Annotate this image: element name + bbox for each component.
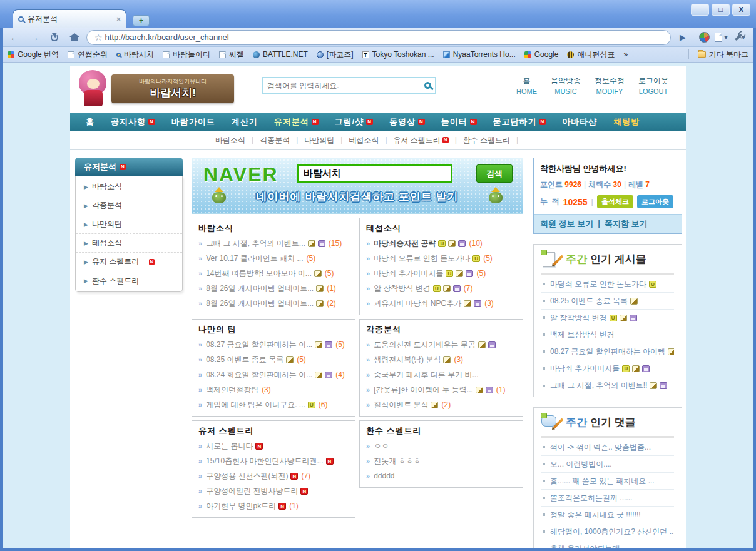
tools-menu-button[interactable]: ▼ bbox=[733, 31, 750, 44]
site-search-box[interactable] bbox=[262, 77, 436, 94]
post-link[interactable]: 구양성용 신선스펠(뇌전) bbox=[206, 471, 288, 482]
board-post-item[interactable]: »[갑옷류]한 아이템에 두 능력...(1) bbox=[366, 382, 516, 397]
home-button[interactable] bbox=[66, 31, 83, 44]
go-button[interactable]: ▶ bbox=[675, 31, 691, 44]
weekly-list-item[interactable]: 마당쇠 오류로 인한 돈노가다U bbox=[541, 276, 674, 293]
post-link[interactable]: 그때 그 시절, 추억의 이벤트... bbox=[206, 238, 305, 249]
board-post-item[interactable]: »칠석이벤트 분석(2) bbox=[366, 397, 516, 412]
post-link[interactable]: 15/10춉현사 마한인던사냥트리괜... bbox=[206, 456, 323, 467]
post-link[interactable]: Ver 10.17 클라이언트 패치 ... bbox=[206, 253, 303, 264]
post-link[interactable]: 백제 보상방식 변경 bbox=[550, 330, 615, 340]
subnav-item[interactable]: 테섭소식 bbox=[349, 135, 379, 146]
sidebar-item[interactable]: ▶테섭소식 bbox=[76, 234, 182, 253]
post-link[interactable]: ddddd bbox=[374, 472, 394, 480]
weekly-list-item[interactable]: 뿔조각은모하는걸까 ...... bbox=[541, 490, 674, 507]
nav-item-home[interactable]: 홈 bbox=[78, 116, 103, 128]
bookmark-item[interactable]: 씨젤 bbox=[219, 49, 244, 60]
post-link[interactable]: 정말 좋은 패치내요 굿 !!!!!!! bbox=[550, 510, 641, 520]
maximize-button[interactable]: □ bbox=[712, 4, 730, 16]
bookmark-item[interactable]: 바람놀이터 bbox=[163, 49, 210, 60]
board-post-item[interactable]: »알 장착방식 변경U(7) bbox=[366, 281, 516, 296]
sidebar-item[interactable]: ▶바람소식 bbox=[76, 178, 182, 196]
post-link[interactable]: [갑옷류]한 아이템에 두 능력... bbox=[374, 385, 473, 395]
post-link[interactable]: 그때 그 시절, 추억의 이벤트!! bbox=[550, 380, 647, 391]
board-post-item[interactable]: »백제인던철광팁(3) bbox=[198, 382, 349, 397]
bookmark-item[interactable]: NyaaTorrents Ho... bbox=[443, 50, 516, 59]
tab-close-icon[interactable]: × bbox=[116, 15, 121, 24]
subnav-item[interactable]: 환수 스펠트리 bbox=[463, 135, 510, 146]
board-post-item[interactable]: »도움의신전 도사가배우는 무공 bbox=[366, 337, 516, 352]
weekly-list-item[interactable]: 흠...... 꽤 쓸모 있는 패치네요 ... bbox=[541, 473, 674, 490]
post-link[interactable]: 08.27 금요일 할인판매하는 아이템 bbox=[550, 346, 665, 357]
bookmarks-overflow-chevron[interactable]: » bbox=[623, 50, 628, 59]
post-link[interactable]: 괴유서버 마당쇠 NPC추가 bbox=[374, 298, 461, 309]
post-link[interactable]: 생령전사복(남) 분석 bbox=[374, 355, 441, 365]
board-post-item[interactable]: »ㅇㅇ bbox=[366, 438, 516, 453]
weekly-list-item[interactable]: 호체 올리셔야되는데 bbox=[541, 540, 674, 548]
board-post-item[interactable]: »구양성에밀린 전방사냥트리N bbox=[198, 483, 349, 498]
address-bar[interactable]: ☆ http://barch.kr/board/user_channel bbox=[86, 30, 671, 45]
post-link[interactable]: 마당쇠 오류로 인한 돈노가다 bbox=[374, 253, 470, 264]
bookmark-google-translate[interactable]: Google 번역 bbox=[8, 49, 59, 60]
post-link[interactable]: 08.24 화요일 할인판매하는 아... bbox=[206, 370, 312, 380]
nav-item-videos[interactable]: 동영상N bbox=[381, 116, 433, 128]
post-link[interactable]: 8월 26일 캐시아이템 업데이트... bbox=[206, 283, 314, 294]
other-bookmarks-folder[interactable]: 기타 북마크 bbox=[698, 49, 748, 60]
page-menu-button[interactable]: ▼ bbox=[713, 31, 730, 44]
bookmark-star-icon[interactable]: ☆ bbox=[94, 33, 103, 43]
sidebar-item[interactable]: ▶환수 스펠트리 bbox=[76, 271, 182, 290]
post-link[interactable]: 호체 올리셔야되는데 bbox=[550, 543, 620, 548]
board-post-item[interactable]: »생령전사복(남) 분석(3) bbox=[366, 352, 516, 367]
bookmark-item[interactable]: 애니편성표 bbox=[567, 49, 615, 60]
sidebar-item[interactable]: ▶나만의팁 bbox=[76, 215, 182, 234]
weekly-list-item[interactable]: 08.25 이벤트 종료 목록 bbox=[541, 293, 674, 310]
board-post-item[interactable]: »마당쇠 추가이미지들U(5) bbox=[366, 266, 516, 281]
post-link[interactable]: 뿔조각은모하는걸까 ...... bbox=[550, 493, 632, 503]
board-post-item[interactable]: »괴유서버 마당쇠 NPC추가(3) bbox=[366, 296, 516, 311]
nav-item-playground[interactable]: 놀이터N bbox=[433, 116, 485, 128]
post-link[interactable]: 마당쇠승자전 공략 bbox=[374, 238, 436, 249]
post-link[interactable]: 백제인던철광팁 bbox=[206, 385, 258, 395]
post-link[interactable]: 08.27 금요일 할인판매하는 아... bbox=[206, 340, 312, 350]
board-post-item[interactable]: »14번째 여름방학! 모아모아 이...(5) bbox=[198, 266, 349, 281]
subnav-item[interactable]: 나만의팁 bbox=[304, 135, 334, 146]
weekly-list-item[interactable]: 그때 그 시절, 추억의 이벤트!! bbox=[541, 377, 674, 394]
weekly-list-item[interactable]: 해당맵이, 1000층인가요? 산신인던 ... bbox=[541, 523, 674, 540]
post-link[interactable]: 08.25 이벤트 종료 목록 bbox=[206, 355, 284, 365]
weekly-list-item[interactable]: 마당쇠 추가이미지들U bbox=[541, 360, 674, 377]
bookmark-item[interactable]: 바람서치 bbox=[116, 49, 154, 60]
weekly-list-item[interactable]: 알 장착방식 변경U bbox=[541, 310, 674, 326]
forward-button[interactable]: → bbox=[26, 31, 43, 44]
board-post-item[interactable]: »08.25 이벤트 종료 목록(5) bbox=[198, 352, 349, 367]
naver-search-button[interactable]: 검색 bbox=[476, 164, 513, 183]
sidebar-title[interactable]: 유저분석N bbox=[75, 158, 183, 176]
post-link[interactable]: 알 장착방식 변경 bbox=[550, 313, 607, 323]
quick-link-home[interactable]: 홈HOME bbox=[516, 76, 537, 95]
board-post-item[interactable]: »마당쇠 오류로 인한 돈노가다U(5) bbox=[366, 251, 516, 266]
bookmark-item[interactable]: Google bbox=[524, 50, 559, 59]
nav-item-qna[interactable]: 묻고답하기N bbox=[485, 116, 554, 128]
post-link[interactable]: 중국무기 패치후 다른 무기 비... bbox=[374, 370, 478, 380]
member-info-link[interactable]: 회원 정보 보기 bbox=[540, 218, 593, 230]
bookmark-item[interactable]: BATTLE.NET bbox=[253, 50, 308, 59]
post-link[interactable]: 오... 이런방법이.... bbox=[550, 459, 612, 470]
naver-banner[interactable]: NAVER 검색 네이버에 바람서치검색하고 포인트 받기 bbox=[192, 158, 523, 214]
post-link[interactable]: 알 장착방식 변경 bbox=[374, 283, 431, 294]
board-post-item[interactable]: »ddddd bbox=[366, 468, 516, 483]
post-link[interactable]: 흠...... 꽤 쓸모 있는 패치네요 ... bbox=[550, 476, 655, 487]
message-box-link[interactable]: 쪽지함 보기 bbox=[605, 218, 648, 230]
board-post-item[interactable]: »시로는 봅니다N bbox=[198, 438, 349, 453]
sidebar-item[interactable]: ▶유저 스펠트리 N bbox=[76, 253, 182, 271]
board-post-item[interactable]: »중국무기 패치후 다른 무기 비... bbox=[366, 367, 516, 382]
nav-item-pictures[interactable]: 그림/샷N bbox=[327, 116, 381, 128]
subnav-item[interactable]: 바람소식 bbox=[215, 135, 245, 146]
post-link[interactable]: 꺽어 -> 꺾어 넥슨.. 맞춤법좀... bbox=[550, 442, 651, 453]
attendance-check-button[interactable]: 출석체크 bbox=[597, 195, 633, 208]
quick-link-modify[interactable]: 정보수정MODIFY bbox=[595, 76, 625, 95]
post-link[interactable]: ㅇㅇ bbox=[374, 441, 389, 452]
weekly-list-item[interactable]: 08.27 금요일 할인판매하는 아이템 bbox=[541, 343, 674, 360]
post-link[interactable]: 마당쇠 추가이미지들 bbox=[374, 268, 443, 279]
search-icon[interactable] bbox=[424, 82, 431, 89]
new-tab-button[interactable]: + bbox=[133, 15, 150, 26]
weekly-list-item[interactable]: 오... 이런방법이.... bbox=[541, 456, 674, 473]
